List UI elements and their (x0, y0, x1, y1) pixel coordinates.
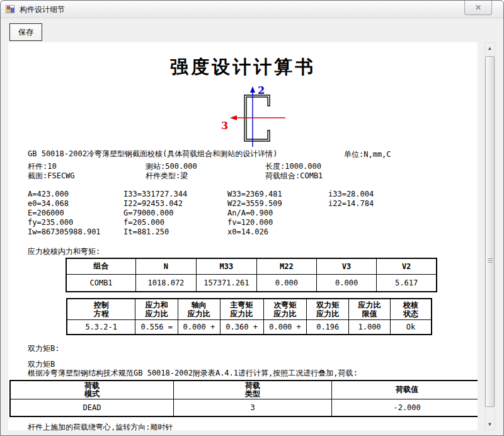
header-cell: 应力和 应力比 (135, 299, 178, 319)
scrollbar-grip (488, 258, 493, 264)
winform-app-icon (6, 4, 16, 14)
forces-table: 组合 N M33 M22 V3 V2 COMB1 1018.072 157371… (66, 258, 437, 292)
table-row: DEAD 3 -2.000 (10, 399, 478, 416)
header-cell: 校核 状态 (391, 299, 432, 319)
header-cell: 次弯矩 应力比 (263, 299, 307, 319)
scroll-up-button[interactable]: ▲ (485, 43, 495, 54)
station: 测站:500.000 (146, 162, 265, 171)
header-cell: V3 (316, 258, 376, 274)
section-diagram: 2 3 (209, 81, 297, 151)
cell: 0.000 + (178, 319, 220, 335)
header-cell: V2 (377, 258, 437, 274)
gb-code-line: GB 50018-2002冷弯薄壁型钢截面校核(具体荷载组合和测站的设计详情) (28, 149, 277, 159)
axis-2-label: 2 (258, 84, 265, 96)
header-cell: 应力比 限值 (349, 299, 391, 319)
axis-3-arrowhead (230, 115, 237, 120)
prop-value: G=79000.000 (123, 209, 227, 218)
header-cell: N (136, 258, 197, 274)
prop-value: i33=28.004 (328, 190, 429, 199)
props-row: e0=34.068 I22=92453.042 W22=3559.509 i22… (28, 199, 429, 209)
prop-value: E=206000 (28, 209, 123, 218)
prop-value (328, 218, 429, 227)
prop-value: An/A=0.900 (227, 209, 328, 218)
cell: 3 (173, 399, 331, 416)
prop-value: e0=34.068 (28, 199, 123, 209)
cell: 0.196 (307, 319, 349, 335)
scroll-down-button[interactable]: ▼ (485, 419, 495, 430)
table-header-row: 组合 N M33 M22 V3 V2 (66, 258, 437, 274)
prop-value: It=881.250 (123, 227, 227, 237)
header-cell: 控制 方程 (67, 299, 135, 319)
table-row: COMB1 1018.072 157371.261 0.000 0.000 5.… (66, 274, 437, 292)
window-title: 构件设计细节 (20, 1, 65, 18)
vertical-scrollbar[interactable]: ▲ ▼ (484, 42, 495, 430)
toolbar: 保存 (1, 19, 503, 42)
prop-value (328, 209, 429, 218)
cell: -2.000 (332, 399, 478, 416)
cell: 5.3.2-1 (67, 319, 135, 335)
member-type: 杆件类型:梁 (146, 171, 265, 181)
prop-value: I33=331727.344 (123, 190, 227, 199)
header-cell: M33 (196, 258, 256, 274)
cell: 0.000 (316, 274, 376, 292)
prop-value: fy=235.000 (28, 218, 123, 227)
prop-value: fv=120.000 (227, 218, 328, 227)
member-info-row: 杆件:10 测站:500.000 长度:1000.000 (28, 162, 391, 171)
cell: 5.617 (377, 274, 437, 292)
footer-note: 杆件上施加的荷载绕弯心,旋转方向:顺时针 (28, 423, 173, 430)
report-document: 强度设计计算书 2 3 GB 50018-2002冷弯薄壁型钢截面校核(具体荷载… (8, 42, 478, 430)
cell: DEAD (10, 399, 173, 416)
close-button[interactable]: ✕ (464, 1, 492, 15)
titlebar: 构件设计细节 ✕ (1, 1, 503, 18)
props-row: E=206000 G=79000.000 An/A=0.900 (28, 209, 429, 218)
bimoment-sublabel: 双力矩B (28, 360, 55, 369)
header-cell: 荷载 类型 (173, 381, 331, 399)
prop-value: f=205.000 (123, 218, 227, 227)
section-name: 截面:FSECWG (28, 171, 146, 181)
length: 长度:1000.000 (265, 162, 391, 171)
axis-2-arrowhead (250, 86, 255, 93)
props-row: Iw=867305988.901 It=881.250 x0=14.026 (28, 227, 429, 237)
stress-check-table: 控制 方程 应力和 应力比 轴向 应力比 主弯矩 应力比 次弯矩 应力比 双力矩… (66, 298, 432, 335)
cell: 0.360 + (220, 319, 263, 335)
cell: 0.556 = (135, 319, 178, 335)
table-header-row: 控制 方程 应力和 应力比 轴向 应力比 主弯矩 应力比 次弯矩 应力比 双力矩… (67, 299, 432, 319)
scrollbar-thumb[interactable] (485, 56, 495, 407)
cell: 0.000 + (263, 319, 307, 335)
header-cell: 荷载 模式 (10, 381, 173, 399)
cell: 0.000 (256, 274, 316, 292)
prop-value (328, 227, 429, 237)
bimoment-label: 双力矩B: (28, 344, 59, 353)
header-cell: 双力矩 应力比 (307, 299, 349, 319)
props-row: fy=235.000 f=205.000 fv=120.000 (28, 218, 429, 227)
load-table: 荷载 模式 荷载 类型 荷载值 DEAD 3 -2.000 (9, 380, 478, 417)
save-button[interactable]: 保存 (9, 23, 42, 41)
cell: COMB1 (66, 274, 136, 292)
dialog-window: 构件设计细节 ✕ 保存 强度设计计算书 2 3 GB 50018-2002冷弯薄… (0, 0, 504, 436)
member-info-row: 截面:FSECWG 杆件类型:梁 荷载组合:COMB1 (28, 171, 391, 181)
prop-value: x0=14.026 (227, 227, 328, 237)
load-combo: 荷载组合:COMB1 (265, 171, 391, 181)
report-title: 强度设计计算书 (8, 55, 478, 80)
prop-value: A=423.000 (28, 190, 123, 199)
cell: Ok (391, 319, 432, 335)
cell: 157371.261 (196, 274, 256, 292)
prop-value: I22=92453.042 (123, 199, 227, 209)
axis-3-label: 3 (221, 120, 228, 132)
header-cell: M22 (256, 258, 316, 274)
member-id: 杆件:10 (28, 162, 146, 171)
table-row: 5.3.2-1 0.556 = 0.000 + 0.360 + 0.000 + … (67, 319, 432, 335)
header-cell: 主弯矩 应力比 (220, 299, 263, 319)
forces-section-label: 应力校核内力和弯矩: (28, 247, 100, 256)
prop-value: i22=14.784 (328, 199, 429, 209)
prop-value: W33=2369.481 (227, 190, 328, 199)
calc-note: 根据冷弯薄壁型钢结构技术规范GB 50018-2002附录表A.4.1进行计算,… (28, 369, 358, 378)
prop-value: Iw=867305988.901 (28, 227, 123, 237)
cell: 1.000 (349, 319, 391, 335)
props-row: A=423.000 I33=331727.344 W33=2369.481 i3… (28, 190, 429, 199)
header-cell: 荷载值 (332, 381, 478, 399)
prop-value: W22=3559.509 (227, 199, 328, 209)
cell: 1018.072 (136, 274, 197, 292)
header-cell: 组合 (66, 258, 136, 274)
header-cell: 轴向 应力比 (178, 299, 220, 319)
